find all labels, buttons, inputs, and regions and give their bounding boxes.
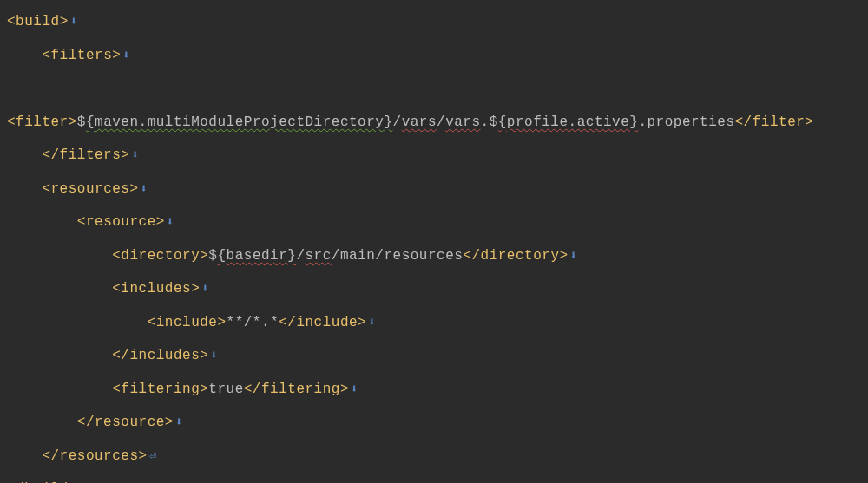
code-line[interactable]: <filtering>true</filtering>⬇ — [7, 373, 868, 407]
linebreak-arrow-icon: ⬇ — [139, 182, 148, 196]
linebreak-arrow-icon: ⬇ — [208, 349, 218, 362]
code-token: > — [200, 348, 208, 363]
code-token: vars — [445, 114, 480, 130]
code-token: / — [393, 114, 402, 130]
code-token: { — [498, 114, 507, 130]
code-token: } — [384, 114, 392, 130]
code-token: > — [805, 114, 813, 130]
indent — [7, 281, 112, 297]
linebreak-pilcrow-icon: ⏎ — [148, 449, 157, 463]
code-token: { — [86, 114, 95, 130]
code-line[interactable]: <filter>${maven.multiModuleProjectDirect… — [7, 106, 868, 140]
linebreak-arrow-icon: ⬇ — [366, 316, 376, 330]
code-token: .$ — [481, 114, 498, 130]
code-token: resources — [60, 448, 139, 464]
indent — [7, 448, 42, 464]
linebreak-arrow-icon: ⬇ — [69, 15, 78, 29]
code-token: build — [16, 14, 60, 29]
code-line[interactable]: <directory>${basedir}/src/main/resources… — [7, 239, 868, 273]
code-token: < — [7, 114, 16, 130]
code-token: } — [287, 248, 296, 264]
code-token: < — [42, 48, 50, 63]
code-token: } — [629, 114, 638, 130]
code-token: true — [208, 382, 243, 397]
linebreak-arrow-icon: ⬇ — [569, 249, 578, 263]
code-token: </ — [735, 114, 753, 130]
code-token: filters — [51, 48, 113, 63]
code-line[interactable]: <resources>⬇ — [7, 173, 868, 206]
code-token: includes — [121, 281, 191, 297]
code-token: { — [217, 248, 226, 264]
code-token: > — [191, 281, 200, 297]
code-line[interactable]: </resources>⏎ — [7, 440, 868, 473]
code-line[interactable]: <filters>⬇ — [7, 39, 868, 73]
code-token: </ — [112, 348, 129, 363]
indent — [7, 181, 42, 197]
code-token: > — [156, 214, 165, 230]
code-token: directory — [481, 248, 560, 264]
code-token: > — [165, 414, 174, 430]
linebreak-arrow-icon: ⬇ — [165, 215, 174, 229]
code-line[interactable]: <build>⬇ — [7, 5, 868, 39]
code-token: filter — [16, 114, 69, 130]
code-token: > — [358, 315, 366, 330]
indent — [7, 48, 42, 63]
linebreak-arrow-icon: ⬇ — [174, 415, 183, 429]
code-line[interactable]: <resource>⬇ — [7, 206, 868, 239]
indent — [7, 382, 112, 397]
code-token: includes — [129, 348, 200, 363]
code-token: < — [112, 248, 121, 264]
code-token: > — [129, 181, 138, 197]
code-line[interactable]: </filters>⬇ — [7, 139, 868, 173]
indent — [7, 348, 112, 363]
code-token: < — [7, 14, 16, 29]
code-token: include — [296, 315, 358, 330]
code-token: resource — [95, 414, 165, 430]
code-token: maven.multiModuleProjectDirectory — [95, 114, 384, 130]
code-token: > — [69, 114, 77, 130]
code-token: </ — [42, 147, 59, 163]
linebreak-arrow-icon: ⬇ — [200, 282, 209, 296]
code-token: > — [60, 14, 69, 29]
linebreak-arrow-icon: ⬇ — [129, 148, 139, 162]
code-token: resources — [51, 181, 130, 197]
code-token: filter — [753, 114, 806, 130]
linebreak-arrow-icon: ⬇ — [121, 49, 130, 62]
code-token: / — [437, 114, 445, 130]
code-token: **/*.* — [227, 315, 279, 330]
code-line[interactable]: </resource>⬇ — [7, 406, 868, 440]
code-token: filtering — [121, 382, 200, 397]
code-token: </ — [244, 382, 261, 397]
code-token: > — [200, 382, 208, 397]
code-line[interactable]: </includes>⬇ — [7, 339, 868, 373]
indent — [7, 315, 148, 330]
code-token: </ — [42, 448, 59, 464]
code-token: resource — [86, 214, 156, 230]
code-token: < — [77, 214, 86, 230]
code-line[interactable] — [7, 72, 868, 106]
code-token: </ — [279, 315, 296, 330]
code-token: filters — [60, 147, 122, 163]
code-token: profile.active — [507, 114, 629, 130]
code-line[interactable]: <include>**/*.*</include>⬇ — [7, 306, 868, 340]
code-line[interactable]: <includes>⬇ — [7, 272, 868, 306]
indent — [7, 147, 42, 163]
code-token: .properties — [638, 114, 734, 130]
code-token: $ — [208, 248, 217, 264]
code-token: < — [148, 315, 156, 330]
code-token: </ — [77, 414, 95, 430]
code-token: src — [306, 248, 332, 264]
code-editor[interactable]: <build>⬇ <filters>⬇<filter>${maven.multi… — [0, 0, 868, 483]
code-token: filtering — [261, 382, 340, 397]
code-token: < — [112, 382, 121, 397]
code-token: > — [340, 382, 349, 397]
code-token: > — [559, 248, 568, 264]
code-token: > — [121, 147, 129, 163]
code-token: $ — [77, 114, 86, 130]
code-line[interactable]: </build>⏎ — [7, 473, 868, 483]
code-token: / — [296, 248, 305, 264]
code-token: > — [217, 315, 226, 330]
indent — [7, 248, 112, 264]
code-token: > — [112, 48, 121, 63]
code-token: > — [139, 448, 148, 464]
